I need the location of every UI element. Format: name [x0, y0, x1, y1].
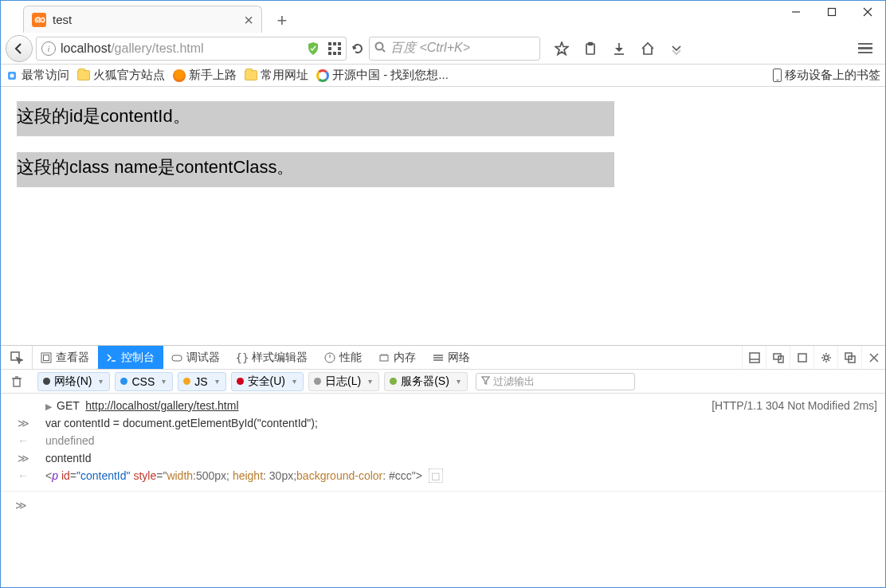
folder-icon: [245, 70, 257, 80]
bookmark-oschina[interactable]: 开源中国 - 找到您想...: [316, 68, 449, 83]
search-placeholder: 百度 <Ctrl+K>: [390, 40, 470, 57]
bookmark-label: 新手上路: [189, 68, 237, 83]
bookmark-getting-started[interactable]: 新手上路: [173, 68, 237, 83]
new-tab-button[interactable]: +: [270, 9, 294, 33]
bookmark-label: 开源中国 - 找到您想...: [332, 68, 449, 83]
console-row-element[interactable]: ← <p id="contentId" style="width:500px; …: [1, 467, 885, 484]
overflow-icon[interactable]: [663, 37, 690, 61]
qr-icon[interactable]: [328, 42, 341, 55]
output-arrow-icon: ←: [1, 434, 45, 447]
bookmark-label: 常用网址: [261, 68, 308, 83]
navigation-bar: i localhost/gallery/test.html 百度 <Ctrl+K…: [1, 33, 885, 65]
console-filter-bar: 网络(N)▾ CSS▾ JS▾ 安全(U)▾ 日志(L)▾ 服务器(S)▾ 过滤…: [1, 370, 885, 394]
tab-memory[interactable]: 内存: [370, 346, 425, 369]
maximize-button[interactable]: [813, 1, 849, 23]
bookmark-star-icon[interactable]: [548, 37, 575, 61]
settings-button[interactable]: [813, 346, 837, 369]
filter-network[interactable]: 网络(N)▾: [37, 372, 110, 391]
tab-network[interactable]: 网络: [425, 346, 479, 369]
bookmark-mobile[interactable]: 移动设备上的书签: [773, 68, 880, 83]
svg-rect-37: [14, 378, 20, 386]
tab-style-editor[interactable]: {}样式编辑器: [229, 346, 316, 369]
svg-rect-8: [589, 42, 593, 45]
frame-button[interactable]: [790, 346, 813, 369]
clipboard-icon[interactable]: [577, 37, 604, 61]
svg-marker-40: [482, 377, 489, 384]
url-host: localhost: [61, 41, 111, 55]
funnel-icon: [481, 375, 490, 387]
tab-console[interactable]: 控制台: [98, 346, 163, 369]
menu-button[interactable]: [850, 37, 880, 61]
close-button[interactable]: [849, 1, 885, 23]
reload-button[interactable]: [350, 41, 366, 57]
console-output: ▶GET http://localhost/gallery/test.html …: [1, 394, 885, 491]
browser-tab[interactable]: ഓ test ×: [23, 6, 262, 33]
dock-button[interactable]: [837, 346, 861, 369]
firefox-icon: [173, 69, 186, 82]
tab-title: test: [53, 13, 72, 26]
prompt-icon: ≫: [15, 499, 27, 512]
console-icon: [106, 352, 117, 363]
bookmark-common-urls[interactable]: 常用网址: [245, 68, 308, 83]
url-bar[interactable]: i localhost/gallery/test.html: [36, 37, 347, 61]
site-info-icon[interactable]: i: [41, 41, 56, 56]
request-url[interactable]: http://localhost/gallery/test.html: [85, 399, 238, 412]
console-row-output: ← undefined: [1, 432, 885, 449]
svg-rect-20: [380, 355, 388, 361]
split-button[interactable]: [742, 346, 766, 369]
console-row-input: ≫ var contentId = document.getElementByI…: [1, 414, 885, 432]
folder-icon: [77, 70, 90, 80]
clear-console-button[interactable]: [1, 375, 33, 388]
tab-debugger[interactable]: 调试器: [163, 346, 229, 369]
url-path: /gallery/test.html: [111, 41, 203, 55]
window-titlebar: ഓ test × +: [1, 1, 885, 33]
tab-performance[interactable]: 性能: [316, 346, 370, 369]
download-icon[interactable]: [606, 37, 633, 61]
filter-log[interactable]: 日志(L)▾: [308, 372, 379, 391]
filter-js[interactable]: JS▾: [178, 372, 225, 391]
toolbar-icons: [548, 37, 690, 61]
paragraph-content-id: 这段的id是contentId。: [17, 101, 614, 136]
back-button[interactable]: [6, 35, 33, 62]
console-row-request[interactable]: ▶GET http://localhost/gallery/test.html …: [1, 397, 885, 414]
svg-rect-31: [798, 354, 806, 362]
prompt-icon: ≫: [1, 452, 45, 465]
oschina-icon: [316, 69, 329, 82]
devtools-panel: 查看器 控制台 调试器 {}样式编辑器 性能 内存 网络 网络(N)▾ CSS▾…: [1, 345, 885, 518]
devtools-close-button[interactable]: [861, 346, 885, 369]
svg-marker-6: [555, 42, 568, 55]
style-icon: {}: [237, 352, 248, 363]
element-picker-button[interactable]: [1, 346, 33, 369]
filter-server[interactable]: 服务器(S)▾: [384, 372, 468, 391]
request-status: [HTTP/1.1 304 Not Modified 2ms]: [696, 399, 877, 412]
shield-icon[interactable]: [306, 41, 320, 56]
svg-point-4: [376, 42, 383, 49]
responsive-button[interactable]: [766, 346, 790, 369]
home-icon[interactable]: [634, 37, 661, 61]
search-icon: [374, 41, 386, 56]
svg-rect-14: [41, 353, 51, 363]
minimize-button[interactable]: [778, 1, 813, 23]
chevron-down-icon: ▾: [99, 377, 103, 386]
filter-input[interactable]: 过滤输出: [476, 373, 635, 390]
filter-css[interactable]: CSS▾: [115, 372, 173, 391]
console-line: undefined: [45, 434, 877, 447]
chevron-down-icon: ▾: [457, 377, 461, 386]
expand-triangle-icon[interactable]: ▶: [45, 402, 52, 411]
memory-icon: [378, 352, 390, 363]
tab-inspector[interactable]: 查看器: [33, 346, 98, 369]
bookmark-most-visited[interactable]: 最常访问: [6, 68, 69, 83]
paragraph-content-class: 这段的class name是contentClass。: [17, 152, 614, 187]
svg-rect-27: [750, 353, 759, 363]
console-input[interactable]: ≫: [1, 491, 885, 518]
tab-close-icon[interactable]: ×: [244, 12, 253, 28]
search-bar[interactable]: 百度 <Ctrl+K>: [369, 37, 540, 61]
chevron-down-icon: ▾: [292, 377, 296, 386]
element-target-icon[interactable]: ◻: [429, 468, 443, 483]
bookmark-label: 最常访问: [22, 68, 69, 83]
svg-point-12: [10, 73, 14, 77]
chevron-down-icon: ▾: [162, 377, 166, 386]
bookmark-firefox-official[interactable]: 火狐官方站点: [77, 68, 165, 83]
filter-security[interactable]: 安全(U)▾: [231, 372, 304, 391]
page-content: 这段的id是contentId。 这段的class name是contentCl…: [1, 87, 885, 345]
